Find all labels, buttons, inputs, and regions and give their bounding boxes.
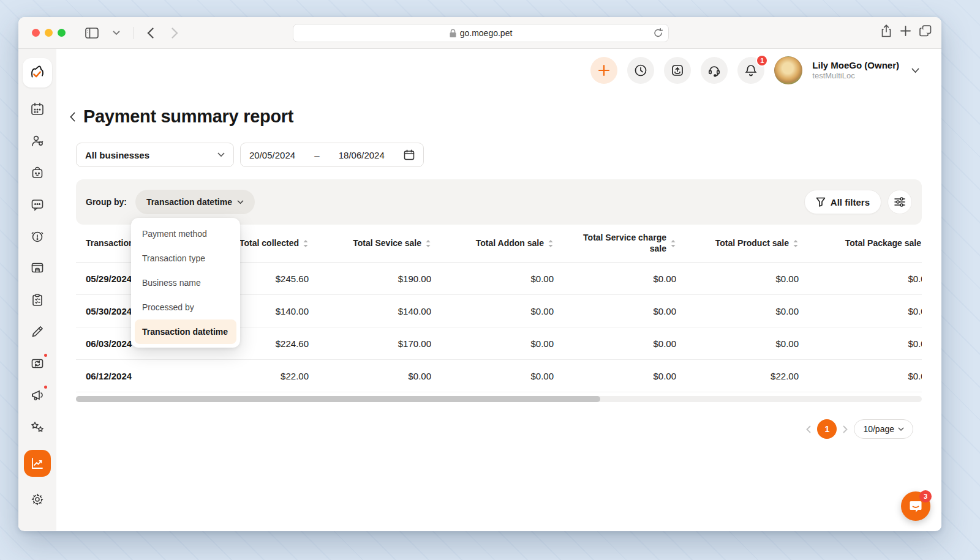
support-button[interactable] (701, 57, 728, 84)
cell-service-sale: $190.00 (309, 274, 431, 284)
create-new-button[interactable] (590, 57, 617, 84)
tab-overview-icon[interactable] (919, 25, 932, 37)
user-meta[interactable]: Lily MoeGo (Owner) testMultiLoc (812, 60, 899, 81)
sidebar-item-marketing[interactable] (27, 386, 48, 405)
account-chevron-down-icon[interactable] (911, 68, 919, 73)
sort-icon[interactable] (793, 239, 799, 248)
cell-package-sale: $0.00 (799, 338, 922, 349)
workspace-name: testMultiLoc (812, 71, 899, 81)
cell-addon-sale: $0.00 (431, 338, 554, 349)
horizontal-scrollbar[interactable] (76, 396, 922, 402)
page-number-current[interactable]: 1 (817, 419, 837, 439)
sidebar-item-messages[interactable] (27, 195, 48, 214)
sort-icon[interactable] (303, 239, 309, 248)
notification-dot (43, 353, 48, 358)
chevron-down-icon (237, 200, 244, 204)
new-tab-icon[interactable] (900, 26, 911, 36)
lock-icon (450, 29, 456, 37)
chevron-down-icon (898, 427, 904, 431)
cell-service-sale: $170.00 (309, 338, 431, 349)
sort-icon[interactable] (425, 239, 431, 248)
sidebar-item-online-booking[interactable] (27, 259, 48, 277)
sidebar-item-reviews[interactable] (27, 418, 48, 436)
cell-addon-sale: $0.00 (431, 274, 554, 284)
group-by-dropdown[interactable]: Transaction datetime (135, 190, 255, 214)
sort-icon[interactable] (548, 239, 554, 248)
sidebar-item-orders[interactable] (27, 163, 48, 182)
recent-activity-button[interactable] (627, 57, 654, 84)
scrollbar-thumb[interactable] (76, 396, 600, 402)
export-center-button[interactable] (664, 57, 691, 84)
menu-item-processed-by[interactable]: Processed by (135, 295, 236, 319)
minimize-window-button[interactable] (45, 29, 53, 37)
app-header: 1 Lily MoeGo (Owner) testMultiLoc (56, 49, 941, 92)
sidebar-item-calendar[interactable] (27, 100, 48, 118)
zoom-window-button[interactable] (58, 29, 66, 37)
sidebar-item-subscriptions[interactable] (27, 354, 48, 373)
menu-item-transaction-datetime[interactable]: Transaction datetime (135, 319, 236, 344)
sidebar-item-invoices[interactable] (27, 291, 48, 309)
cell-package-sale: $0.00 (799, 306, 922, 316)
chat-bubble-icon (908, 499, 923, 513)
cell-total-collected: $22.00 (186, 371, 309, 381)
col-total-collected[interactable]: Total collected (239, 238, 309, 249)
cell-product-sale: $22.00 (676, 371, 799, 381)
cell-product-sale: $0.00 (676, 306, 799, 316)
pagination: 1 10/page (76, 419, 922, 439)
date-end: 18/06/2024 (339, 150, 385, 160)
group-by-menu: Payment method Transaction type Business… (131, 218, 240, 348)
forward-button[interactable] (165, 24, 184, 42)
page-title: Payment summary report (83, 106, 293, 127)
menu-item-transaction-type[interactable]: Transaction type (135, 246, 236, 271)
col-total-service-sale[interactable]: Total Sevice sale (353, 238, 431, 249)
chat-unread-badge: 3 (919, 490, 932, 502)
col-total-service-charge-sale[interactable]: Total Service charge sale (578, 233, 676, 254)
sidebar-chevron-icon[interactable] (107, 24, 126, 42)
cell-addon-sale: $0.00 (431, 306, 554, 316)
notifications-button[interactable]: 1 (737, 57, 764, 84)
business-filter-select[interactable]: All businesses (76, 143, 234, 167)
cell-product-sale: $0.00 (676, 338, 799, 349)
menu-item-business-name[interactable]: Business name (135, 271, 236, 295)
cell-service-charge-sale: $0.00 (554, 274, 676, 284)
cell-service-sale: $0.00 (309, 371, 431, 381)
reload-icon[interactable] (654, 28, 663, 38)
col-total-package-sale[interactable]: Total Package sale (845, 238, 922, 249)
col-total-addon-sale[interactable]: Total Addon sale (476, 238, 554, 249)
column-settings-button[interactable] (888, 190, 912, 214)
page-size-select[interactable]: 10/page (854, 419, 913, 439)
all-filters-label: All filters (831, 197, 870, 207)
sidebar-item-reminders[interactable] (27, 227, 48, 245)
cell-service-charge-sale: $0.00 (554, 338, 676, 349)
sidebar-item-agreements[interactable] (27, 323, 48, 341)
user-name: Lily MoeGo (Owner) (812, 60, 899, 72)
sort-icon[interactable] (670, 239, 676, 248)
business-filter-value: All businesses (85, 150, 149, 160)
table-row[interactable]: 06/12/2024 $22.00 $0.00 $0.00 $0.00 $22.… (76, 360, 922, 392)
col-total-product-sale[interactable]: Total Product sale (715, 238, 799, 249)
group-by-bar: Group by: Transaction datetime All filte… (76, 179, 922, 225)
prev-page-button[interactable] (806, 425, 811, 433)
calendar-icon (404, 149, 415, 160)
next-page-button[interactable] (843, 425, 848, 433)
sidebar-toggle-icon[interactable] (83, 24, 101, 42)
moego-logo[interactable] (23, 58, 52, 88)
address-bar[interactable]: go.moego.pet (293, 24, 669, 42)
back-button[interactable] (141, 24, 159, 42)
chat-launcher-button[interactable]: 3 (901, 491, 930, 521)
sidebar-item-reports-active[interactable] (24, 450, 51, 477)
close-window-button[interactable] (32, 29, 40, 37)
chevron-down-icon (217, 152, 225, 157)
sidebar-item-clients[interactable] (27, 132, 48, 150)
group-by-label: Group by: (86, 197, 127, 207)
sidebar-item-settings[interactable] (27, 490, 48, 509)
date-range-picker[interactable]: 20/05/2024 – 18/06/2024 (240, 143, 424, 167)
all-filters-button[interactable]: All filters (804, 190, 881, 214)
user-avatar[interactable] (774, 56, 802, 84)
back-chevron-icon[interactable] (67, 112, 77, 122)
group-by-value: Transaction datetime (146, 197, 232, 207)
url-text: go.moego.pet (460, 28, 513, 38)
page-size-value: 10/page (863, 424, 894, 434)
menu-item-payment-method[interactable]: Payment method (135, 222, 236, 246)
share-icon[interactable] (881, 24, 892, 37)
